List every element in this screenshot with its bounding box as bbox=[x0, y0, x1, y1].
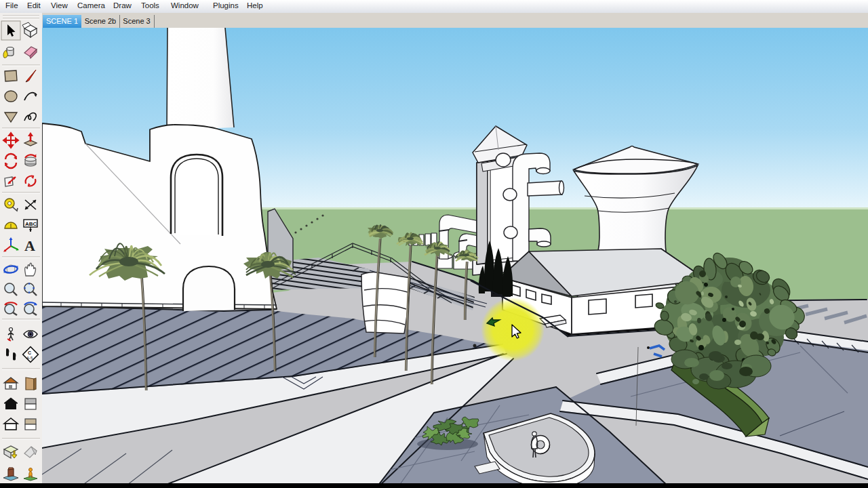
svg-text:A: A bbox=[24, 237, 35, 254]
svg-text:C: C bbox=[28, 350, 31, 355]
svg-text:ABC: ABC bbox=[25, 221, 37, 227]
svg-text:A-5: A-5 bbox=[26, 356, 33, 360]
